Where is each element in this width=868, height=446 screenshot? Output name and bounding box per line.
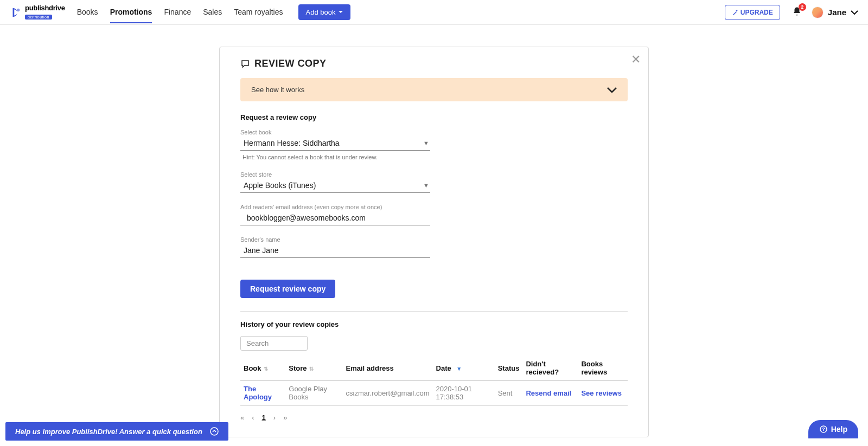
help-icon: ? [819, 425, 828, 434]
feedback-text: Help us improve PublishDrive! Answer a q… [15, 428, 202, 436]
select-store-field: Select store Apple Books (iTunes) ▼ [240, 171, 430, 193]
sender-name-label: Sender's name [240, 236, 430, 243]
sort-icon: ⇅ [309, 366, 314, 372]
page-prev[interactable]: ‹ [252, 413, 254, 422]
nav-team-royalties[interactable]: Team royalties [234, 1, 283, 23]
nav-links: Books Promotions Finance Sales Team roya… [77, 1, 283, 23]
col-store[interactable]: Store⇅ [285, 356, 342, 380]
select-store-label: Select store [240, 171, 430, 178]
add-book-label: Add book [306, 8, 336, 16]
sort-icon: ⇅ [264, 366, 268, 372]
notifications-button[interactable]: 2 [792, 7, 802, 18]
brand-logo-icon [10, 7, 22, 18]
request-heading: Request a review copy [240, 113, 628, 121]
sender-name-field: Sender's name [240, 236, 430, 258]
reader-email-input[interactable] [240, 211, 430, 225]
chevron-down-icon [851, 10, 858, 15]
brand[interactable]: publishdrive distribution [10, 4, 65, 20]
sort-desc-icon: ▼ [454, 366, 462, 372]
see-how-it-works-toggle[interactable]: See how it works [240, 78, 628, 101]
top-navbar: publishdrive distribution Books Promotio… [0, 0, 868, 25]
user-menu[interactable]: Jane [812, 7, 858, 18]
page-next[interactable]: › [273, 413, 276, 422]
select-book-field: Select book Hermann Hesse: Siddhartha ▼ … [240, 129, 430, 160]
chevron-up-circle-icon [210, 427, 219, 436]
chevron-down-icon [339, 11, 343, 14]
request-review-copy-button[interactable]: Request review copy [240, 280, 335, 298]
col-date[interactable]: Date ▼ [433, 356, 495, 380]
brand-name: publishdrive [25, 4, 65, 11]
review-copy-panel: ✕ REVIEW COPY See how it works Request a… [219, 47, 649, 437]
upgrade-button[interactable]: UPGRADE [725, 5, 780, 20]
reader-email-label: Add readers' email address (even copy mo… [240, 204, 430, 210]
nav-finance[interactable]: Finance [164, 1, 191, 23]
row-store-link[interactable]: Google Play Books [289, 385, 327, 401]
user-name: Jane [828, 8, 846, 17]
select-store-dropdown[interactable]: Apple Books (iTunes) [240, 179, 430, 193]
svg-text:?: ? [822, 426, 825, 432]
col-didnt-receive[interactable]: Didn't recieved? [522, 356, 578, 380]
col-book[interactable]: Book⇅ [240, 356, 285, 380]
panel-title: REVIEW COPY [240, 58, 628, 69]
select-book-hint: Hint: You cannot select a book that is u… [240, 154, 430, 160]
brand-tagline: distribution [25, 15, 52, 20]
row-date: 2020-10-01 17:38:53 [436, 385, 473, 401]
close-icon[interactable]: ✕ [631, 53, 641, 67]
divider [240, 311, 628, 312]
col-status[interactable]: Status [495, 356, 523, 380]
col-books-reviews[interactable]: Books reviews [578, 356, 628, 380]
row-email: csizmar.robert@gmail.com [346, 389, 430, 397]
chat-icon [240, 59, 250, 69]
page-current[interactable]: 1 [262, 413, 266, 422]
how-it-works-label: See how it works [251, 86, 304, 94]
panel-title-text: REVIEW COPY [254, 58, 327, 69]
feedback-bar[interactable]: Help us improve PublishDrive! Answer a q… [5, 422, 228, 441]
sender-name-input[interactable] [240, 244, 430, 258]
avatar [812, 7, 824, 18]
nav-promotions[interactable]: Promotions [110, 1, 152, 23]
notifications-badge: 2 [799, 3, 806, 11]
nav-books[interactable]: Books [77, 1, 98, 23]
wand-icon [732, 9, 738, 16]
history-search-input[interactable] [240, 336, 308, 351]
svg-point-0 [17, 8, 20, 11]
help-widget[interactable]: ? Help [808, 420, 858, 438]
history-heading: History of your review copies [240, 320, 628, 328]
row-book-link[interactable]: The Apology [244, 385, 272, 401]
table-row: The Apology Google Play Books csizmar.ro… [240, 380, 628, 406]
see-reviews-link[interactable]: See reviews [581, 389, 621, 397]
select-book-dropdown[interactable]: Hermann Hesse: Siddhartha [240, 137, 430, 151]
chevron-down-icon [607, 87, 617, 93]
help-label: Help [831, 425, 847, 434]
reader-email-field: Add readers' email address (even copy mo… [240, 204, 430, 225]
upgrade-label: UPGRADE [741, 9, 773, 16]
pagination: « ‹ 1 › » [240, 413, 628, 422]
history-table: Book⇅ Store⇅ Email address Date ▼ Status… [240, 356, 628, 406]
svg-point-5 [210, 428, 218, 435]
page-first[interactable]: « [240, 413, 244, 422]
col-email[interactable]: Email address [343, 356, 433, 380]
resend-email-link[interactable]: Resend email [526, 389, 571, 397]
add-book-button[interactable]: Add book [298, 4, 351, 20]
select-book-label: Select book [240, 129, 430, 135]
nav-sales[interactable]: Sales [203, 1, 222, 23]
page-last[interactable]: » [283, 413, 287, 422]
row-status: Sent [498, 389, 513, 397]
